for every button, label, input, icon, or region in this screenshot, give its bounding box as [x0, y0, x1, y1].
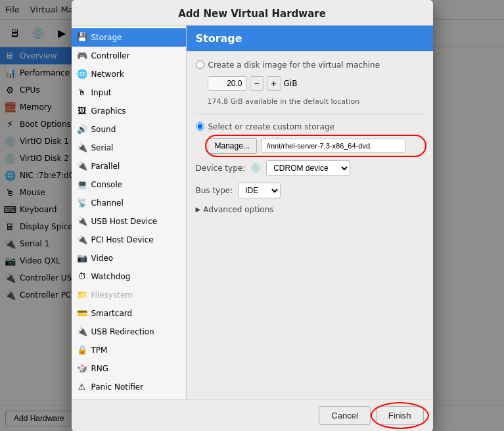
serial-list-icon: 🔌 — [77, 143, 87, 153]
panic-notifier-list-icon: ⚠ — [77, 382, 87, 392]
cancel-button[interactable]: Cancel — [319, 406, 370, 425]
controller-list-label: Controller — [91, 51, 130, 60]
dialog-list-item-watchdog[interactable]: ⏱ Watchdog — [72, 267, 186, 286]
bus-type-select[interactable]: IDESATAVirtIOUSBSCSI — [238, 183, 281, 198]
radio-disk-image[interactable] — [196, 60, 204, 69]
dialog-list-item-graphics[interactable]: 🖼 Graphics — [72, 102, 186, 120]
dialog-list-item-controller[interactable]: 🎮 Controller — [72, 47, 186, 65]
channel-list-icon: 📡 — [77, 198, 87, 208]
dialog-list-item-sound[interactable]: 🔊 Sound — [72, 120, 186, 139]
dialog-list-item-input[interactable]: 🖱 Input — [72, 83, 186, 102]
dialog-list-item-usb-host-device[interactable]: 🔌 USB Host Device — [72, 212, 186, 231]
dialog-list-item-panic-notifier[interactable]: ⚠ Panic Notifier — [72, 378, 186, 396]
dialog-list-item-parallel[interactable]: 🔌 Parallel — [72, 157, 186, 175]
dialog-content: Storage Create a disk image for the virt… — [187, 26, 433, 399]
sound-list-label: Sound — [91, 125, 116, 134]
panic-notifier-list-label: Panic Notifier — [91, 382, 144, 392]
dialog-list-item-console[interactable]: 💻 Console — [72, 175, 186, 194]
path-field[interactable] — [261, 139, 405, 153]
radio-custom[interactable] — [196, 122, 204, 131]
radio-disk-image-label: Create a disk image for the virtual mach… — [208, 60, 380, 70]
network-list-icon: 🌐 — [77, 69, 87, 79]
bus-type-label: Bus type: — [196, 186, 233, 195]
smartcard-list-icon: 💳 — [77, 308, 87, 319]
finish-button[interactable]: Finish — [376, 406, 424, 425]
usb-redirection-list-label: USB Redirection — [91, 327, 154, 336]
storage-list-label: Storage — [91, 33, 122, 42]
advanced-options-label: Advanced options — [203, 205, 273, 214]
video-list-icon: 📷 — [77, 253, 87, 263]
dialog-list-item-usb-redirection[interactable]: 🔌 USB Redirection — [72, 323, 186, 341]
parallel-list-label: Parallel — [91, 162, 120, 171]
dialog-list-item-network[interactable]: 🌐 Network — [72, 65, 186, 83]
disk-size-row: − + GiB — [208, 76, 424, 91]
dialog-body: 💾 Storage 🎮 Controller 🌐 Network 🖱 Input… — [72, 26, 433, 399]
radio-disk-image-row: Create a disk image for the virtual mach… — [196, 60, 424, 70]
gib-label: GiB — [284, 79, 298, 88]
usb-host-device-list-icon: 🔌 — [77, 216, 87, 227]
dialog-footer: Cancel Finish — [72, 399, 433, 432]
filesystem-list-icon: 📁 — [77, 290, 87, 300]
advanced-triangle-icon: ▶ — [196, 206, 201, 213]
avail-text: 174.8 GiB available in the default locat… — [208, 97, 424, 106]
dialog-title: Add New Virtual Hardware — [178, 8, 326, 20]
bus-type-row: Bus type: IDESATAVirtIOUSBSCSI — [196, 183, 424, 198]
tpm-list-icon: 🔒 — [77, 345, 87, 355]
content-header: Storage — [187, 26, 433, 51]
usb-redirection-list-icon: 🔌 — [77, 327, 87, 337]
dialog-list-item-storage[interactable]: 💾 Storage — [72, 28, 186, 47]
rng-list-label: RNG — [91, 364, 109, 373]
device-type-select[interactable]: CDROM deviceDisk deviceLUN passthroughFl… — [266, 160, 350, 176]
divider — [196, 114, 424, 114]
watchdog-list-label: Watchdog — [91, 272, 131, 281]
manage-path-row: Manage... — [208, 138, 424, 154]
dialog-list-item-pci-host-device[interactable]: 🔌 PCI Host Device — [72, 231, 186, 249]
dialog-list: 💾 Storage 🎮 Controller 🌐 Network 🖱 Input… — [72, 26, 187, 399]
device-type-label: Device type: — [196, 164, 246, 173]
smartcard-list-label: Smartcard — [91, 309, 133, 318]
dialog-list-item-video[interactable]: 📷 Video — [72, 249, 186, 267]
video-list-label: Video — [91, 254, 114, 263]
dialog-list-item-filesystem: 📁 Filesystem — [72, 286, 186, 304]
console-list-icon: 💻 — [77, 179, 87, 190]
controller-list-icon: 🎮 — [77, 51, 87, 61]
device-type-row: Device type: 💿 CDROM deviceDisk deviceLU… — [196, 160, 424, 176]
graphics-list-label: Graphics — [91, 106, 126, 116]
filesystem-list-label: Filesystem — [91, 290, 133, 300]
usb-host-device-list-label: USB Host Device — [91, 217, 158, 226]
dialog-list-item-channel[interactable]: 📡 Channel — [72, 194, 186, 212]
input-list-label: Input — [91, 88, 112, 97]
pci-host-device-list-label: PCI Host Device — [91, 235, 154, 244]
dialog-list-item-rng[interactable]: 🎲 RNG — [72, 359, 186, 378]
console-list-label: Console — [91, 180, 123, 189]
rng-list-icon: 🎲 — [77, 363, 87, 374]
content-body: Create a disk image for the virtual mach… — [187, 51, 433, 399]
dialog-list-item-tpm[interactable]: 🔒 TPM — [72, 341, 186, 359]
disk-size-increment[interactable]: + — [267, 76, 281, 91]
dialog: Add New Virtual Hardware 💾 Storage 🎮 Con… — [72, 0, 433, 431]
radio-custom-row: Select or create custom storage — [196, 122, 424, 131]
dialog-titlebar: Add New Virtual Hardware — [72, 0, 433, 26]
network-list-label: Network — [91, 70, 124, 79]
sound-list-icon: 🔊 — [77, 124, 87, 135]
input-list-icon: 🖱 — [77, 87, 87, 98]
parallel-list-icon: 🔌 — [77, 161, 87, 171]
manage-button[interactable]: Manage... — [208, 138, 257, 154]
advanced-options-row[interactable]: ▶ Advanced options — [196, 205, 424, 214]
modal-overlay: Add New Virtual Hardware 💾 Storage 🎮 Con… — [0, 0, 504, 431]
graphics-list-icon: 🖼 — [77, 106, 87, 116]
storage-list-icon: 💾 — [77, 32, 87, 43]
dialog-list-item-smartcard[interactable]: 💳 Smartcard — [72, 304, 186, 323]
tpm-list-label: TPM — [91, 346, 108, 355]
serial-list-label: Serial — [91, 143, 114, 152]
channel-list-label: Channel — [91, 198, 124, 208]
pci-host-device-list-icon: 🔌 — [77, 235, 87, 245]
disk-size-input[interactable] — [208, 76, 247, 91]
disk-size-decrement[interactable]: − — [250, 76, 264, 91]
watchdog-list-icon: ⏱ — [77, 271, 87, 282]
radio-custom-label: Select or create custom storage — [208, 122, 334, 131]
dialog-list-item-serial[interactable]: 🔌 Serial — [72, 139, 186, 157]
